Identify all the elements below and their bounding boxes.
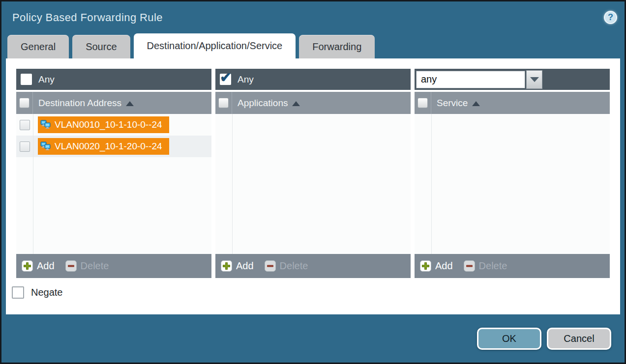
sort-ascending-icon bbox=[292, 101, 300, 106]
check-icon: ✔ bbox=[220, 69, 231, 85]
service-footer-bar: Add Delete bbox=[415, 254, 610, 278]
delete-service-button[interactable]: Delete bbox=[464, 260, 507, 272]
applications-column: ✔ Any Applications bbox=[215, 69, 411, 278]
table-row[interactable]: VLAN0010_10-1-10-0--24 bbox=[16, 114, 211, 136]
service-sort[interactable]: Service bbox=[431, 92, 480, 114]
tab-destination-application-service[interactable]: Destination/Application/Service bbox=[134, 33, 296, 58]
tab-content-panel: ✔ Any Destination Address bbox=[6, 58, 620, 314]
dialog-title: Policy Based Forwarding Rule bbox=[12, 11, 163, 24]
sort-ascending-icon bbox=[126, 101, 134, 106]
destination-address-item[interactable]: VLAN0010_10-1-10-0--24 bbox=[38, 116, 169, 133]
destination-any-checkbox[interactable]: ✔ bbox=[21, 74, 32, 85]
service-column: any Service bbox=[415, 69, 610, 278]
network-group-icon bbox=[40, 141, 51, 151]
destination-address-sort[interactable]: Destination Address bbox=[33, 92, 134, 114]
service-type-value[interactable]: any bbox=[416, 71, 525, 88]
row-checkbox[interactable] bbox=[20, 141, 30, 152]
titlebar: Policy Based Forwarding Rule ? bbox=[1, 1, 625, 33]
negate-checkbox[interactable] bbox=[12, 286, 24, 299]
applications-list bbox=[215, 114, 411, 254]
dialog-footer: OK Cancel bbox=[1, 314, 625, 363]
destination-address-column: ✔ Any Destination Address bbox=[16, 69, 211, 278]
delete-destination-button[interactable]: Delete bbox=[65, 260, 109, 272]
destination-address-header: Destination Address bbox=[16, 92, 211, 114]
applications-header: Applications bbox=[215, 92, 411, 114]
tab-general[interactable]: General bbox=[7, 35, 69, 58]
service-type-dropdown[interactable]: any bbox=[416, 70, 542, 89]
destination-address-label: VLAN0010_10-1-10-0--24 bbox=[55, 119, 162, 130]
add-destination-button[interactable]: Add bbox=[22, 260, 55, 272]
plus-icon bbox=[221, 260, 232, 272]
destination-address-item[interactable]: VLAN0020_10-1-20-0--24 bbox=[38, 138, 169, 155]
add-service-button[interactable]: Add bbox=[420, 260, 453, 272]
chevron-down-icon bbox=[530, 77, 539, 82]
delete-application-button[interactable]: Delete bbox=[265, 260, 308, 272]
destination-any-bar: ✔ Any bbox=[16, 69, 211, 90]
destination-select-all-checkbox[interactable] bbox=[19, 98, 30, 108]
tab-forwarding[interactable]: Forwarding bbox=[299, 35, 375, 58]
applications-any-label: Any bbox=[238, 74, 254, 85]
dropdown-button[interactable] bbox=[526, 70, 542, 89]
service-select-all-checkbox[interactable] bbox=[417, 98, 428, 108]
negate-label: Negate bbox=[31, 287, 63, 298]
applications-any-bar: ✔ Any bbox=[215, 69, 411, 90]
service-any-bar: any bbox=[415, 69, 610, 90]
applications-select-all-checkbox[interactable] bbox=[218, 98, 229, 108]
plus-icon bbox=[22, 260, 33, 272]
tab-bar: General Source Destination/Application/S… bbox=[1, 33, 625, 58]
destination-address-list: VLAN0010_10-1-10-0--24 bbox=[16, 114, 211, 254]
network-group-icon bbox=[40, 120, 51, 130]
service-list bbox=[415, 114, 610, 254]
applications-any-checkbox[interactable]: ✔ bbox=[220, 74, 231, 85]
row-checkbox[interactable] bbox=[20, 120, 30, 130]
policy-based-forwarding-dialog: Policy Based Forwarding Rule ? General S… bbox=[0, 0, 626, 364]
minus-icon bbox=[464, 260, 475, 272]
table-row[interactable]: VLAN0020_10-1-20-0--24 bbox=[16, 136, 211, 157]
applications-sort[interactable]: Applications bbox=[232, 92, 300, 114]
destination-address-header-label: Destination Address bbox=[38, 98, 121, 109]
destination-footer-bar: Add Delete bbox=[16, 254, 211, 278]
destination-address-label: VLAN0020_10-1-20-0--24 bbox=[55, 141, 162, 152]
service-header: Service bbox=[415, 92, 610, 114]
cancel-button[interactable]: Cancel bbox=[547, 328, 611, 350]
tab-source[interactable]: Source bbox=[72, 35, 130, 58]
ok-button[interactable]: OK bbox=[477, 328, 541, 350]
sort-ascending-icon bbox=[472, 101, 480, 106]
applications-header-label: Applications bbox=[238, 98, 288, 109]
minus-icon bbox=[65, 260, 77, 272]
service-header-label: Service bbox=[437, 98, 468, 109]
add-application-button[interactable]: Add bbox=[221, 260, 254, 272]
applications-footer-bar: Add Delete bbox=[215, 254, 411, 278]
destination-any-label: Any bbox=[38, 74, 55, 85]
help-icon[interactable]: ? bbox=[604, 11, 617, 24]
plus-icon bbox=[420, 260, 431, 272]
minus-icon bbox=[265, 260, 276, 272]
negate-row: Negate bbox=[12, 286, 620, 299]
